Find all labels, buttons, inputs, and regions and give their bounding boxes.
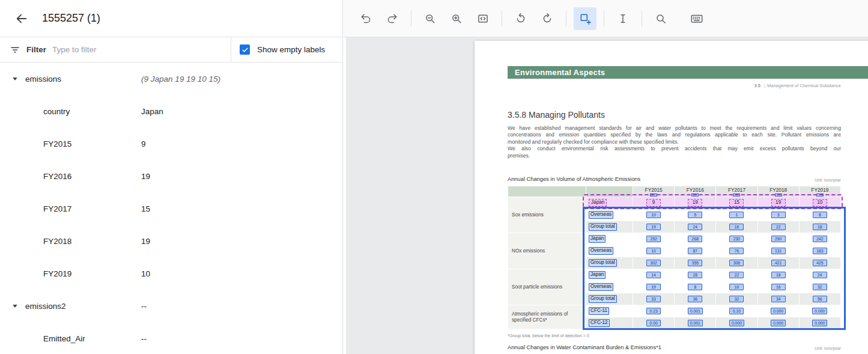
tree-item-Emitted_Air[interactable]: Emitted_Air-- (0, 322, 342, 354)
table-category-cell: Soot particle emissions (508, 269, 586, 305)
back-button[interactable] (14, 11, 29, 26)
label-value: 9 (141, 139, 146, 148)
add-bounding-box-icon (579, 13, 591, 25)
tree-item-country[interactable]: countryJapan (0, 95, 342, 127)
zoom-in-icon (451, 13, 463, 25)
add-bounding-box-button[interactable] (574, 7, 596, 30)
fit-to-page-button[interactable] (472, 7, 494, 30)
left-header: 1555257 (1) (0, 0, 342, 37)
table-category-cell: NOx emissions (508, 233, 586, 269)
label-name: emissions2 (25, 302, 66, 311)
label-value: 10 (141, 269, 150, 278)
tree-item-FY2019[interactable]: FY201910 (0, 257, 342, 290)
label-name: Emitted_Air (43, 334, 85, 343)
entity-group-bounding-box[interactable] (583, 207, 846, 330)
label-value: -- (141, 302, 147, 311)
table2-caption: Annual Changes in Water Contaminant Burd… (508, 344, 661, 350)
collapse-arrow-icon[interactable] (12, 76, 19, 82)
rotate-right-icon (541, 13, 553, 25)
label-value: Japan (141, 107, 163, 116)
document-page: Environmental Aspects 3.5|Management of … (475, 41, 868, 354)
label-name: FY2018 (43, 237, 71, 246)
tree-item-FY2017[interactable]: FY201715 (0, 192, 342, 225)
redo-icon (386, 13, 398, 25)
select-text-icon (617, 13, 629, 25)
label-name: country (43, 107, 70, 116)
zoom-in-button[interactable] (445, 7, 468, 30)
document-area[interactable]: Environmental Aspects 3.5|Management of … (346, 37, 868, 354)
keyboard-icon (690, 12, 703, 25)
label-value: (9 Japan 19 19 10 15) (141, 75, 220, 84)
tree-item-FY2018[interactable]: FY201819 (0, 225, 342, 257)
section-title: 3.5.8 Managing Pollutants (508, 110, 605, 120)
filter-label: Filter (26, 45, 46, 54)
select-text-button[interactable] (612, 7, 634, 30)
table2-caption-row: Annual Changes in Water Contaminant Burd… (508, 344, 841, 350)
toolbar-divider (502, 11, 502, 26)
label-value: 19 (141, 172, 150, 181)
label-name: emissions (25, 75, 61, 84)
body-paragraph: We have established management standards… (508, 125, 841, 159)
keyboard-shortcuts-button[interactable] (685, 7, 708, 30)
show-empty-labels-checkbox[interactable] (240, 44, 250, 55)
paragraph-line: premises. (508, 153, 841, 159)
tree-item-FY2015[interactable]: FY20159 (0, 127, 342, 160)
label-name: FY2016 (43, 172, 71, 181)
filter-icon (10, 44, 20, 55)
tree-item-FY2016[interactable]: FY201619 (0, 160, 342, 192)
collapse-arrow-icon[interactable] (12, 303, 19, 309)
table-category-cell: Atmospheric emissions of specified CFCs* (508, 305, 586, 329)
label-value: 19 (141, 237, 150, 246)
viewer-panel: Environmental Aspects 3.5|Management of … (344, 0, 868, 354)
viewer-toolbar (344, 0, 868, 37)
tree-item-emissions[interactable]: emissions(9 Japan 19 19 10 15) (0, 63, 342, 95)
search-button[interactable] (649, 7, 672, 30)
table2-unit: Unit: tons/year (815, 346, 841, 350)
breadcrumb-separator: | (764, 83, 765, 88)
search-icon (655, 13, 667, 25)
table1-footnote: *Group total, below the limit of detecti… (508, 334, 589, 338)
label-name: FY2019 (43, 269, 71, 278)
redo-button[interactable] (381, 7, 404, 30)
rotate-right-button[interactable] (536, 7, 559, 30)
undo-icon (360, 13, 372, 25)
label-value: 15 (141, 204, 150, 213)
app-root: 1555257 (1) Filter Show empty labels emi… (0, 0, 868, 354)
page-breadcrumb: 3.5|Management of Chemical Substance (508, 83, 841, 88)
toolbar-divider (642, 11, 642, 26)
filter-box[interactable]: Filter (0, 37, 231, 62)
breadcrumb-text: Management of Chemical Substance (767, 83, 841, 88)
toolbar-divider (566, 11, 566, 26)
filter-bar: Filter Show empty labels (0, 37, 342, 63)
toolbar-divider (604, 11, 604, 26)
label-value: -- (141, 334, 147, 343)
zoom-out-button[interactable] (419, 7, 442, 30)
show-empty-labels-control: Show empty labels (231, 37, 342, 62)
zoom-out-icon (424, 13, 436, 25)
document-title: 1555257 (1) (42, 12, 100, 25)
table1-unit: Unit: tons/year (815, 178, 841, 182)
back-arrow-icon (15, 12, 28, 25)
page-banner: Environmental Aspects (508, 66, 868, 79)
undo-button[interactable] (354, 7, 377, 30)
label-name: FY2015 (43, 139, 71, 148)
check-icon (241, 46, 249, 53)
table-corner-cell (508, 186, 586, 197)
breadcrumb-number: 3.5 (754, 83, 760, 88)
paragraph-line: We have established management standards… (508, 125, 841, 132)
labels-panel: 1555257 (1) Filter Show empty labels emi… (0, 0, 343, 354)
tree-item-emissions2[interactable]: emissions2-- (0, 290, 342, 322)
paragraph-line: monitored and regularly checked for comp… (508, 139, 841, 145)
paragraph-line: We also conduct environmental risk asses… (508, 145, 841, 152)
table1-caption: Annual Changes in Volume of Atmospheric … (508, 176, 640, 182)
rotate-left-icon (515, 13, 527, 25)
fit-to-page-icon (477, 13, 489, 25)
label-name: FY2017 (43, 204, 71, 213)
rotate-left-button[interactable] (509, 7, 532, 30)
show-empty-labels-label: Show empty labels (257, 45, 325, 54)
table-category-cell: Sox emissions (508, 197, 586, 233)
filter-input[interactable] (52, 45, 221, 54)
labels-tree: emissions(9 Japan 19 19 10 15)countryJap… (0, 63, 342, 354)
table1-caption-row: Annual Changes in Volume of Atmospheric … (508, 176, 841, 182)
toolbar-divider (411, 11, 411, 26)
